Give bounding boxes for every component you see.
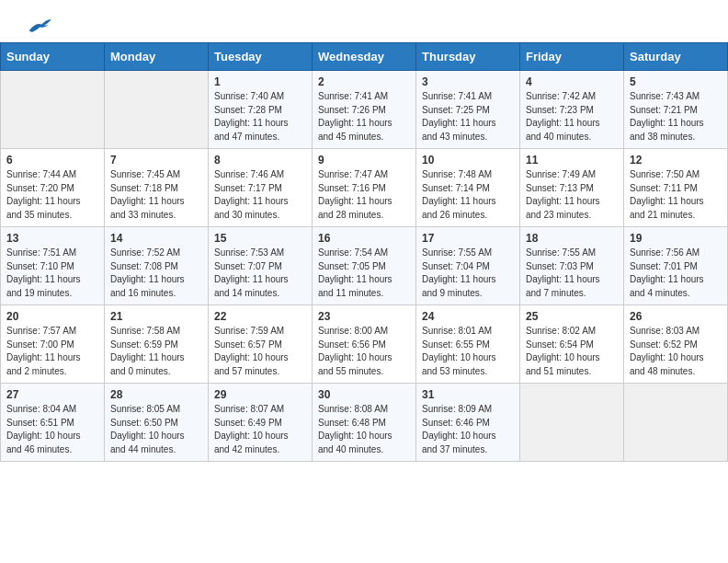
calendar-body: 1Sunrise: 7:40 AM Sunset: 7:28 PM Daylig… [1, 71, 728, 462]
day-info: Sunrise: 7:57 AM Sunset: 7:00 PM Dayligh… [6, 325, 98, 378]
calendar-day: 6Sunrise: 7:44 AM Sunset: 7:20 PM Daylig… [1, 149, 105, 227]
calendar-day: 10Sunrise: 7:48 AM Sunset: 7:14 PM Dayli… [416, 149, 520, 227]
calendar-day: 25Sunrise: 8:02 AM Sunset: 6:54 PM Dayli… [520, 305, 624, 384]
calendar-table: SundayMondayTuesdayWednesdayThursdayFrid… [0, 42, 728, 462]
day-info: Sunrise: 7:47 AM Sunset: 7:16 PM Dayligh… [318, 168, 410, 222]
calendar-day: 3Sunrise: 7:41 AM Sunset: 7:25 PM Daylig… [416, 71, 520, 149]
day-number: 29 [214, 388, 306, 401]
calendar-day: 23Sunrise: 8:00 AM Sunset: 6:56 PM Dayli… [313, 305, 416, 384]
day-number: 27 [6, 388, 98, 401]
day-info: Sunrise: 8:09 AM Sunset: 6:46 PM Dayligh… [422, 403, 514, 456]
weekday-friday: Friday [520, 43, 624, 71]
day-info: Sunrise: 7:44 AM Sunset: 7:20 PM Dayligh… [6, 168, 98, 222]
weekday-thursday: Thursday [416, 43, 520, 71]
day-info: Sunrise: 7:50 AM Sunset: 7:11 PM Dayligh… [630, 168, 722, 222]
calendar-week-1: 1Sunrise: 7:40 AM Sunset: 7:28 PM Daylig… [1, 71, 728, 149]
day-info: Sunrise: 7:49 AM Sunset: 7:13 PM Dayligh… [526, 168, 618, 222]
day-number: 9 [318, 154, 410, 167]
calendar-day: 4Sunrise: 7:42 AM Sunset: 7:23 PM Daylig… [520, 71, 624, 149]
day-info: Sunrise: 7:43 AM Sunset: 7:21 PM Dayligh… [630, 90, 722, 144]
calendar-day: 7Sunrise: 7:45 AM Sunset: 7:18 PM Daylig… [105, 149, 209, 227]
calendar-day: 31Sunrise: 8:09 AM Sunset: 6:46 PM Dayli… [416, 384, 520, 462]
day-number: 20 [6, 310, 98, 323]
day-info: Sunrise: 7:59 AM Sunset: 6:57 PM Dayligh… [214, 325, 306, 378]
calendar-day: 28Sunrise: 8:05 AM Sunset: 6:50 PM Dayli… [105, 384, 209, 462]
calendar-day: 15Sunrise: 7:53 AM Sunset: 7:07 PM Dayli… [209, 227, 313, 305]
calendar-day [105, 71, 209, 149]
calendar-day: 17Sunrise: 7:55 AM Sunset: 7:04 PM Dayli… [416, 227, 520, 305]
calendar-day: 24Sunrise: 8:01 AM Sunset: 6:55 PM Dayli… [416, 305, 520, 384]
day-number: 22 [214, 310, 306, 323]
day-number: 19 [630, 232, 722, 245]
day-info: Sunrise: 7:40 AM Sunset: 7:28 PM Dayligh… [214, 90, 306, 144]
weekday-header-row: SundayMondayTuesdayWednesdayThursdayFrid… [1, 43, 728, 71]
day-info: Sunrise: 7:53 AM Sunset: 7:07 PM Dayligh… [214, 247, 306, 300]
day-number: 8 [214, 154, 306, 167]
calendar-day: 18Sunrise: 7:55 AM Sunset: 7:03 PM Dayli… [520, 227, 624, 305]
day-number: 15 [214, 232, 306, 245]
calendar-day [520, 384, 624, 462]
calendar-week-2: 6Sunrise: 7:44 AM Sunset: 7:20 PM Daylig… [1, 149, 728, 227]
day-number: 14 [110, 232, 202, 245]
calendar-day: 27Sunrise: 8:04 AM Sunset: 6:51 PM Dayli… [1, 384, 105, 462]
day-info: Sunrise: 7:55 AM Sunset: 7:03 PM Dayligh… [526, 247, 618, 300]
day-info: Sunrise: 8:05 AM Sunset: 6:50 PM Dayligh… [110, 403, 202, 456]
calendar-day: 9Sunrise: 7:47 AM Sunset: 7:16 PM Daylig… [313, 149, 416, 227]
day-info: Sunrise: 7:58 AM Sunset: 6:59 PM Dayligh… [110, 325, 202, 378]
calendar-week-4: 20Sunrise: 7:57 AM Sunset: 7:00 PM Dayli… [1, 305, 728, 384]
day-info: Sunrise: 7:54 AM Sunset: 7:05 PM Dayligh… [318, 247, 410, 300]
day-number: 28 [110, 388, 202, 401]
day-info: Sunrise: 7:42 AM Sunset: 7:23 PM Dayligh… [526, 90, 618, 144]
calendar-header: SundayMondayTuesdayWednesdayThursdayFrid… [1, 43, 728, 71]
calendar-day: 1Sunrise: 7:40 AM Sunset: 7:28 PM Daylig… [209, 71, 313, 149]
calendar-day: 19Sunrise: 7:56 AM Sunset: 7:01 PM Dayli… [624, 227, 728, 305]
day-number: 11 [526, 154, 618, 167]
weekday-tuesday: Tuesday [209, 43, 313, 71]
calendar-day: 11Sunrise: 7:49 AM Sunset: 7:13 PM Dayli… [520, 149, 624, 227]
day-number: 10 [422, 154, 514, 167]
page-header [0, 0, 728, 42]
day-number: 6 [6, 154, 98, 167]
day-info: Sunrise: 7:55 AM Sunset: 7:04 PM Dayligh… [422, 247, 514, 300]
day-info: Sunrise: 7:56 AM Sunset: 7:01 PM Dayligh… [630, 247, 722, 300]
day-info: Sunrise: 7:41 AM Sunset: 7:25 PM Dayligh… [422, 90, 514, 144]
day-number: 24 [422, 310, 514, 323]
day-number: 26 [630, 310, 722, 323]
calendar-day: 21Sunrise: 7:58 AM Sunset: 6:59 PM Dayli… [105, 305, 209, 384]
day-number: 23 [318, 310, 410, 323]
calendar-day [1, 71, 105, 149]
day-number: 5 [630, 75, 722, 88]
weekday-monday: Monday [105, 43, 209, 71]
calendar-day: 14Sunrise: 7:52 AM Sunset: 7:08 PM Dayli… [105, 227, 209, 305]
calendar-day: 16Sunrise: 7:54 AM Sunset: 7:05 PM Dayli… [313, 227, 416, 305]
day-info: Sunrise: 8:08 AM Sunset: 6:48 PM Dayligh… [318, 403, 410, 456]
weekday-saturday: Saturday [624, 43, 728, 71]
day-info: Sunrise: 8:01 AM Sunset: 6:55 PM Dayligh… [422, 325, 514, 378]
day-info: Sunrise: 8:03 AM Sunset: 6:52 PM Dayligh… [630, 325, 722, 378]
calendar-week-3: 13Sunrise: 7:51 AM Sunset: 7:10 PM Dayli… [1, 227, 728, 305]
day-info: Sunrise: 8:00 AM Sunset: 6:56 PM Dayligh… [318, 325, 410, 378]
day-number: 17 [422, 232, 514, 245]
weekday-wednesday: Wednesday [313, 43, 416, 71]
logo-bird-icon [26, 17, 51, 35]
day-number: 18 [526, 232, 618, 245]
calendar-day: 5Sunrise: 7:43 AM Sunset: 7:21 PM Daylig… [624, 71, 728, 149]
day-info: Sunrise: 7:48 AM Sunset: 7:14 PM Dayligh… [422, 168, 514, 222]
day-number: 2 [318, 75, 410, 88]
day-info: Sunrise: 7:52 AM Sunset: 7:08 PM Dayligh… [110, 247, 202, 300]
day-number: 30 [318, 388, 410, 401]
day-number: 4 [526, 75, 618, 88]
calendar-day: 26Sunrise: 8:03 AM Sunset: 6:52 PM Dayli… [624, 305, 728, 384]
day-number: 13 [6, 232, 98, 245]
day-info: Sunrise: 7:46 AM Sunset: 7:17 PM Dayligh… [214, 168, 306, 222]
day-info: Sunrise: 7:45 AM Sunset: 7:18 PM Dayligh… [110, 168, 202, 222]
weekday-sunday: Sunday [1, 43, 105, 71]
calendar-day [624, 384, 728, 462]
day-number: 1 [214, 75, 306, 88]
logo [22, 17, 51, 35]
calendar-day: 12Sunrise: 7:50 AM Sunset: 7:11 PM Dayli… [624, 149, 728, 227]
calendar-day: 22Sunrise: 7:59 AM Sunset: 6:57 PM Dayli… [209, 305, 313, 384]
calendar-day: 30Sunrise: 8:08 AM Sunset: 6:48 PM Dayli… [313, 384, 416, 462]
day-info: Sunrise: 8:07 AM Sunset: 6:49 PM Dayligh… [214, 403, 306, 456]
calendar-day: 13Sunrise: 7:51 AM Sunset: 7:10 PM Dayli… [1, 227, 105, 305]
